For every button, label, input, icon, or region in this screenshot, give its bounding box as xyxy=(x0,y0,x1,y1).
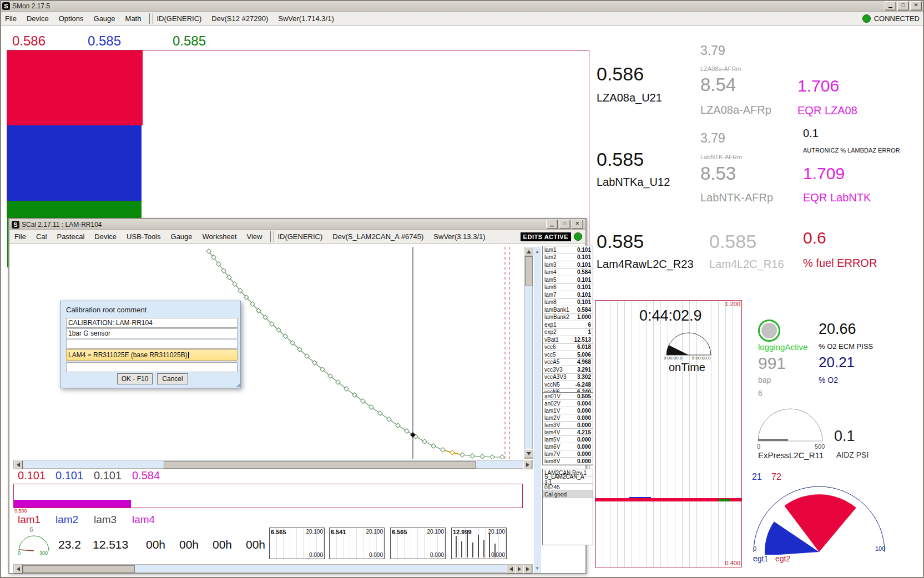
menu-item[interactable]: USB-Tools xyxy=(122,232,165,241)
strip-max-label: 1.200 xyxy=(725,301,740,307)
bottom-hscrollbar[interactable] xyxy=(13,564,533,573)
menu-item[interactable]: Options xyxy=(54,14,89,23)
ontime-gauge xyxy=(663,331,714,357)
channel-name: vcc5 xyxy=(544,352,556,358)
scroll-up-icon[interactable] xyxy=(524,247,533,256)
egt-scale-min: 0 xyxy=(753,546,756,552)
channel-row: lamBank1 0.584 xyxy=(543,306,593,314)
scroll-left-icon[interactable] xyxy=(14,460,23,469)
device-info-item: SwVer(1.714.3/1) xyxy=(278,14,334,23)
bottom-bar-scale-label: 0.500 xyxy=(14,509,27,514)
voltage-name: lam7V xyxy=(544,451,560,457)
chart-hscrollbar[interactable] xyxy=(13,460,533,469)
channel-name: lam4 xyxy=(544,269,557,275)
ontime-label: onTime xyxy=(669,362,705,373)
dialog-title: Calibration root comment xyxy=(66,306,147,314)
menu-item[interactable]: Gauge xyxy=(89,14,120,23)
scroll-left-icon[interactable] xyxy=(14,565,23,574)
scal-maximize-icon[interactable]: □ xyxy=(559,220,570,229)
scroll-right-icon[interactable] xyxy=(523,460,532,469)
ok-button[interactable]: OK - F10 xyxy=(117,373,153,384)
chart-vscrollbar[interactable] xyxy=(524,247,533,459)
comment-field-3[interactable] xyxy=(66,339,238,349)
hscroll-thumb[interactable] xyxy=(164,461,476,469)
bt-gauge-top-label: 6 xyxy=(29,526,33,533)
panel-scroll-strip[interactable]: ▲ ▼ xyxy=(534,247,541,573)
vscroll-thumb[interactable] xyxy=(525,256,533,286)
readout-labntk-afrp-value: 8.53 xyxy=(700,164,736,182)
menu-item[interactable]: Math xyxy=(120,14,147,23)
channel-value: 6.018 xyxy=(577,344,591,350)
menu-item[interactable]: File xyxy=(0,14,22,23)
calibration-comment-dialog: Calibration root comment CALIBRATION: LA… xyxy=(60,301,241,388)
readout-fuel-error-label: % fuel ERROR xyxy=(803,257,877,268)
device-info-item: Dev(S12 #27290) xyxy=(211,14,268,23)
maximize-icon[interactable]: □ xyxy=(897,1,909,11)
menu-item[interactable]: Gauge xyxy=(166,232,198,241)
cancel-button[interactable]: Cancel xyxy=(157,373,188,384)
readout-lza08a-afrp-label: LZA08a-AFRp xyxy=(700,104,771,115)
comment-field-1[interactable]: CALIBRATION: LAM-RR104 xyxy=(66,318,238,328)
comment-field-4-active[interactable]: LAM4 = RR311025E (base RR311025B) xyxy=(66,349,238,361)
device-info-box: LAM2CAN Rev 1 S_LAM2CAN_A 3.1 06745 Cal … xyxy=(542,469,593,545)
scroll-down-icon[interactable] xyxy=(524,449,533,458)
readout-lza08a-afrm-value: 3.79 xyxy=(700,44,725,57)
readout-lza08a-u21-value: 0.586 xyxy=(597,64,644,83)
scroll-down-icon[interactable]: ▼ xyxy=(535,566,539,571)
smon-menubar: FileDeviceOptionsGaugeMath ID(GENERIC)De… xyxy=(0,12,924,26)
bottom-value-lam4: 0.584 xyxy=(132,470,160,481)
mini-chart-max: 20.100 xyxy=(488,529,505,535)
hours-readout-2: 00h xyxy=(179,539,199,550)
readout-lam4l2c-value: 0.585 xyxy=(709,232,756,251)
scroll-left-icon[interactable] xyxy=(507,565,516,574)
readout-labntka-u12-label: LabNTKa_U12 xyxy=(597,176,670,187)
menu-item[interactable]: Pastecal xyxy=(52,232,89,241)
dialog-resize-grip[interactable]: ◢ xyxy=(236,382,240,388)
scal-minimize-icon[interactable]: ▁ xyxy=(546,220,558,229)
scal-window-title: SCal 2.17.11 : LAM-RR104 xyxy=(22,221,102,229)
top-label-red: 0.586 xyxy=(12,34,46,48)
scal-close-icon[interactable]: ✕ xyxy=(572,220,583,229)
comment-field-2[interactable]: 1bar G sensor xyxy=(66,328,238,338)
smon-window-title: SMon 2.17.5 xyxy=(12,2,50,10)
lam4-label: lam4 xyxy=(132,514,155,525)
channel-value: 0.101 xyxy=(577,277,591,283)
voltage-name: lam2V xyxy=(544,415,560,421)
channel-value: 0.584 xyxy=(577,307,591,313)
menu-item[interactable]: Worksheet xyxy=(198,232,242,241)
voltage-value: 0.004 xyxy=(577,400,591,407)
comment-field-5[interactable] xyxy=(66,362,238,372)
logging-active-icon xyxy=(758,320,780,342)
channel-name: exp1 xyxy=(544,322,557,328)
lam2-label: lam2 xyxy=(55,514,78,525)
bottom-bar-lam4 xyxy=(14,500,131,508)
channel-row: vcc5 5.006 xyxy=(543,351,593,359)
cal-status: Cal good xyxy=(544,491,567,498)
menu-item[interactable]: File xyxy=(9,232,31,241)
device-info-item: ID(GENERIC) xyxy=(156,14,201,23)
channel-value: 0.101 xyxy=(577,262,591,268)
menu-item[interactable]: Device xyxy=(22,14,54,23)
channel-row: lam8 0.101 xyxy=(543,299,593,307)
scal-app-icon: S xyxy=(12,221,19,229)
bt1-readout: 23.2 xyxy=(58,539,81,550)
scroll-right-icon[interactable] xyxy=(515,565,524,574)
voltage-value: 0.000 xyxy=(577,415,591,421)
top-label-blue: 0.585 xyxy=(88,34,121,48)
menu-item[interactable]: View xyxy=(241,232,267,241)
menu-item[interactable]: Device xyxy=(89,232,122,241)
readout-eqr-lza08-label: EQR LZA08 xyxy=(797,105,857,116)
scroll-right-icon[interactable] xyxy=(523,565,532,574)
channel-value: -6.248 xyxy=(575,382,591,388)
menu-item[interactable]: Cal xyxy=(31,232,52,241)
mini-chart-max: 20.100 xyxy=(427,529,444,535)
connected-label: CONNECTED xyxy=(874,14,920,23)
minimize-icon[interactable]: ▁ xyxy=(885,1,896,11)
hours-readout-3: 00h xyxy=(213,539,232,550)
channel-row: vccA5 4.968 xyxy=(543,359,593,367)
close-icon[interactable]: ✕ xyxy=(910,1,922,11)
bottom-hscroll-thumb[interactable] xyxy=(23,565,135,573)
scroll-up-icon[interactable]: ▲ xyxy=(535,249,539,254)
readout-labntka-u12-value: 0.585 xyxy=(597,150,644,169)
egt-gauge xyxy=(751,483,890,555)
